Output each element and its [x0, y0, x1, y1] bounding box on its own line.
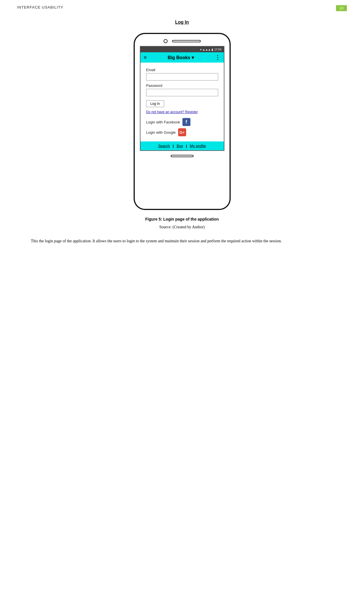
phone-illustration: ▾ ▲▲▲ ▮ 17:04 ≡ Big Books ▾ ⋮ Email Pass…	[0, 33, 364, 210]
phone-home-button[interactable]	[171, 155, 194, 157]
status-bar: ▾ ▲▲▲ ▮ 17:04	[140, 47, 224, 52]
screen-content: Email Password Log In Do not have an acc…	[140, 63, 224, 141]
signal-icon: ▲▲▲	[202, 48, 211, 51]
hamburger-icon[interactable]: ≡	[144, 55, 147, 60]
figure-caption: Figure 5: Login page of the application	[0, 217, 364, 221]
battery-icon: ▮	[212, 48, 213, 51]
interface-label: INTERFACE USABILITY	[17, 5, 63, 9]
phone-camera	[164, 39, 168, 43]
register-link[interactable]: Do not have an account? Register	[146, 110, 218, 114]
email-label: Email	[146, 68, 218, 72]
google-login-text: Login with Google	[146, 130, 176, 135]
phone-bottom-bar	[135, 155, 230, 157]
login-button[interactable]: Log In	[146, 100, 164, 107]
nav-buy[interactable]: Buy	[174, 144, 186, 148]
phone-speaker	[172, 40, 201, 42]
body-paragraph: This the login page of the application. …	[17, 237, 347, 245]
facebook-login-text: Login with Facebook	[146, 120, 180, 124]
time-display: 17:04	[214, 48, 221, 51]
nav-profile[interactable]: My profile	[187, 144, 209, 148]
facebook-login-row: Login with Facebook f	[146, 118, 218, 126]
google-icon[interactable]: G+	[178, 128, 186, 136]
app-toolbar: ≡ Big Books ▾ ⋮	[140, 52, 224, 63]
wifi-icon: ▾	[200, 48, 202, 51]
page-number: 10	[336, 5, 347, 11]
nav-search[interactable]: Search	[155, 144, 173, 148]
email-input[interactable]	[146, 73, 218, 81]
bottom-nav: Search | Buy | My profile	[140, 141, 224, 150]
password-label: Password	[146, 83, 218, 88]
password-input[interactable]	[146, 89, 218, 96]
section-title: Log In	[0, 20, 364, 25]
phone-screen: ▾ ▲▲▲ ▮ 17:04 ≡ Big Books ▾ ⋮ Email Pass…	[140, 46, 224, 151]
body-text: This the login page of the application. …	[17, 237, 347, 245]
overflow-menu-icon[interactable]: ⋮	[215, 55, 220, 60]
facebook-icon[interactable]: f	[182, 118, 190, 126]
phone-top-bar	[135, 39, 230, 43]
figure-source: Source: (Created by Author)	[0, 225, 364, 229]
phone-frame: ▾ ▲▲▲ ▮ 17:04 ≡ Big Books ▾ ⋮ Email Pass…	[134, 33, 231, 210]
google-login-row: Login with Google G+	[146, 128, 218, 136]
app-title: Big Books ▾	[168, 55, 194, 60]
page-header: INTERFACE USABILITY 10	[0, 0, 364, 11]
status-icons: ▾ ▲▲▲ ▮ 17:04	[200, 48, 222, 51]
